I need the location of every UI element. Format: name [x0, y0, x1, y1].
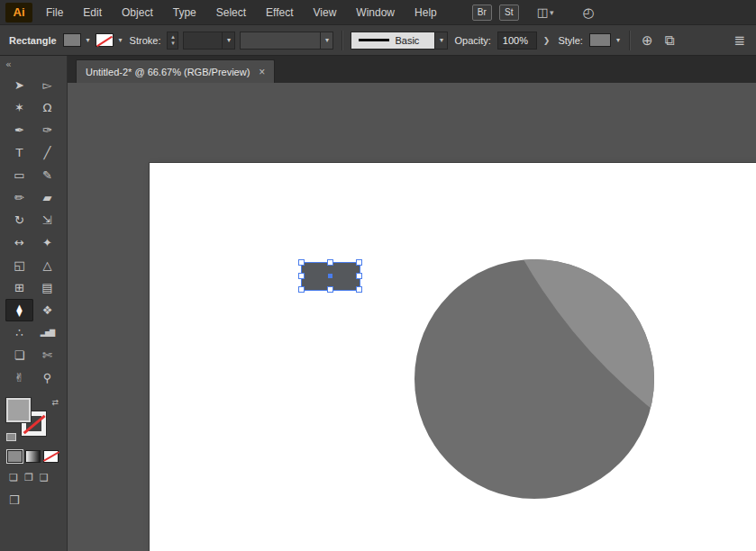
selection-handle[interactable] [327, 259, 333, 266]
paintbrush-tool[interactable]: ✎ [33, 164, 61, 186]
workspace-icon: ◫ [537, 5, 548, 19]
style-swatch[interactable] [589, 33, 611, 47]
divider [342, 31, 342, 50]
style-chevron-icon[interactable]: ▾ [615, 36, 621, 44]
brush-definition-select[interactable]: Basic ▾ [351, 32, 448, 50]
none-button[interactable] [43, 450, 59, 463]
menu-item[interactable]: Window [346, 0, 405, 25]
chevron-down-icon[interactable]: ▾ [434, 32, 447, 49]
selection-handle[interactable] [298, 286, 305, 293]
eraser-tool[interactable]: ▰ [33, 186, 61, 209]
stroke-color-swatch[interactable] [96, 33, 114, 47]
lasso-tool[interactable]: Ω [33, 96, 61, 119]
selection-handle[interactable] [356, 273, 362, 279]
tab-close-icon[interactable]: × [259, 66, 265, 78]
draw-inside-button[interactable]: ❑ [40, 472, 49, 483]
canvas-area[interactable] [68, 83, 756, 551]
tools-panel: « ➤ ▻ ✶ Ω ✒ ✑ T ╱ ▭ ✎ ✏ [0, 56, 68, 551]
stock-button[interactable]: St [499, 5, 519, 21]
rotate-tool[interactable]: ↻ [5, 209, 33, 231]
hand-tool[interactable]: ✌ [5, 366, 33, 389]
menu-item[interactable]: Select [206, 0, 256, 25]
menu-item[interactable]: Object [112, 0, 163, 25]
stepper-down-icon[interactable]: ▾ [171, 41, 175, 47]
menu-item[interactable]: Type [163, 0, 206, 25]
stroke-chevron-icon[interactable]: ▾ [118, 36, 123, 44]
stroke-width-select[interactable]: ▾ [183, 32, 235, 50]
center-point-marker [328, 274, 332, 278]
menu-item[interactable]: View [304, 0, 347, 25]
document-tab-strip: Untitled-2* @ 66.67% (RGB/Preview) × [68, 56, 756, 83]
fill-color-swatch[interactable] [63, 33, 81, 47]
draw-normal-button[interactable]: ❏ [9, 472, 18, 483]
fill-chevron-icon[interactable]: ▾ [86, 36, 91, 44]
selection-handle[interactable] [356, 259, 362, 266]
collapse-panel-icon[interactable]: « [5, 59, 12, 70]
draw-behind-button[interactable]: ❐ [24, 472, 33, 483]
screen-mode-button[interactable]: ❒ [9, 493, 20, 507]
tools-grid: ➤ ▻ ✶ Ω ✒ ✑ T ╱ ▭ ✎ ✏ ▰ [0, 72, 67, 389]
sync-settings-button[interactable]: ◴ [583, 5, 595, 21]
align-panel-icon[interactable]: ≣ [730, 32, 749, 49]
selection-handle[interactable] [356, 286, 362, 293]
shape-builder-tool[interactable]: ◱ [5, 254, 33, 276]
magic-wand-tool[interactable]: ✶ [5, 96, 33, 119]
type-tool[interactable]: T [5, 141, 33, 164]
fill-indicator[interactable] [6, 398, 31, 422]
globe-icon[interactable]: ⊕ [638, 32, 657, 49]
swap-fill-stroke-icon[interactable]: ⇄ [51, 398, 59, 407]
zoom-tool[interactable]: ⚲ [33, 366, 61, 389]
curvature-tool[interactable]: ✑ [33, 119, 61, 141]
direct-selection-tool[interactable]: ▻ [33, 74, 61, 96]
rectangle-tool[interactable]: ▭ [5, 164, 33, 186]
symbol-sprayer-tool[interactable]: ∴ [5, 321, 33, 344]
workspace-switcher[interactable]: ◫ ▾ [537, 5, 554, 19]
selection-handle[interactable] [298, 259, 305, 266]
opacity-input[interactable]: 100% [497, 32, 537, 50]
perspective-grid-tool[interactable]: △ [33, 254, 61, 276]
column-graph-tool[interactable]: ▂▅▇ [33, 321, 61, 344]
selection-handle[interactable] [298, 273, 305, 279]
eyedropper-tool[interactable]: ⧫ [5, 299, 33, 321]
menubar-right: Br St ◫ ▾ ◴ [472, 5, 595, 21]
style-label: Style: [558, 35, 583, 46]
gradient-tool[interactable]: ▤ [33, 276, 61, 299]
chevron-down-icon[interactable]: ▾ [222, 32, 234, 49]
sync-settings-icon: ◴ [583, 5, 595, 21]
pencil-tool[interactable]: ✏ [5, 186, 33, 209]
bridge-button[interactable]: Br [472, 5, 492, 21]
pen-tool[interactable]: ✒ [5, 119, 33, 141]
selection-tool[interactable]: ➤ [5, 74, 33, 96]
scale-tool[interactable]: ⇲ [33, 209, 61, 231]
chevron-down-icon[interactable]: ▾ [320, 32, 332, 49]
draw-modes: ❏ ❐ ❑ [9, 472, 67, 483]
menu-item[interactable]: Edit [73, 0, 112, 25]
menu-item[interactable]: File [36, 0, 73, 25]
opacity-label: Opacity: [454, 35, 490, 46]
document-tab[interactable]: Untitled-2* @ 66.67% (RGB/Preview) × [76, 59, 275, 83]
selected-rectangle-shape[interactable] [302, 263, 360, 290]
blend-tool[interactable]: ❖ [33, 299, 61, 321]
gradient-button[interactable] [25, 450, 41, 463]
mesh-tool[interactable]: ⊞ [5, 276, 33, 299]
menu-bar: Ai File Edit Object Type Select Effect V… [0, 0, 756, 25]
selection-handle[interactable] [327, 286, 333, 293]
color-button[interactable] [7, 450, 23, 463]
menu-item[interactable]: Help [405, 0, 447, 25]
width-profile-select[interactable]: ▾ [240, 32, 333, 50]
default-fill-stroke-icon[interactable] [6, 433, 16, 441]
apply-color-buttons [7, 450, 67, 463]
opacity-flyout-icon[interactable]: ❯ [542, 36, 552, 45]
width-tool[interactable]: ↔ [5, 231, 33, 254]
circle-shape[interactable] [414, 259, 654, 499]
line-segment-tool[interactable]: ╱ [33, 141, 61, 164]
menu-item[interactable]: Effect [256, 0, 303, 25]
slice-tool[interactable]: ✄ [33, 344, 61, 366]
control-bar: Rectangle ▾ ▾ Stroke: ▴ ▾ ▾ ▾ Basic ▾ Op… [0, 25, 756, 56]
stroke-width-stepper[interactable]: ▴ ▾ [167, 32, 178, 50]
divider [629, 31, 630, 50]
document-actions-icon[interactable]: ⧉ [660, 32, 678, 49]
free-transform-tool[interactable]: ✦ [33, 231, 61, 254]
artboard-tool[interactable]: ❏ [5, 344, 33, 366]
panel-header: « [0, 56, 67, 72]
